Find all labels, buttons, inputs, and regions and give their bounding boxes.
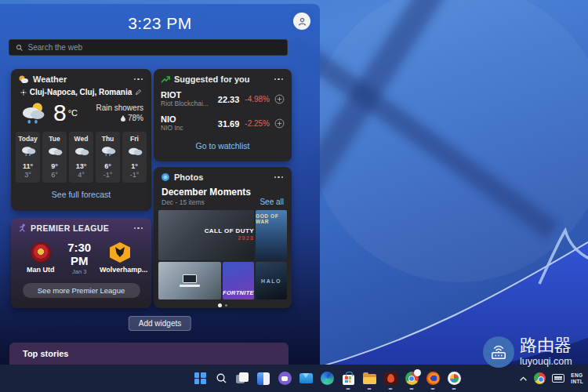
forecast-day-fri[interactable]: Fri 1° -1° (122, 132, 147, 183)
start-button[interactable] (193, 372, 207, 386)
forecast-day-wed[interactable]: Wed 13° 4° (69, 132, 93, 183)
photos-title: Photos (174, 172, 203, 182)
weather-logo-icon (18, 74, 29, 84)
microsoft-store-button[interactable] (341, 372, 355, 386)
stock-row-riot[interactable]: RIOT Riot Blockchai... 22.33 -4.98% (154, 87, 292, 111)
precipitation-value: 78% (128, 114, 143, 122)
color-wheel-icon (448, 372, 461, 385)
person-icon (297, 16, 307, 27)
photos-more-options-icon[interactable] (272, 174, 286, 181)
search-input[interactable] (28, 43, 281, 52)
whiteboard-app-button[interactable] (447, 372, 461, 386)
taskbar-search-button[interactable] (214, 372, 228, 386)
add-to-watchlist-icon[interactable] (274, 118, 285, 129)
photo-tile-fortnite[interactable]: FORTNITE (223, 262, 254, 299)
notification-badge (414, 369, 421, 376)
photos-widget[interactable]: Photos December Moments Dec - 15 items S… (154, 167, 292, 308)
chat-icon (278, 372, 292, 385)
match-row[interactable]: Man Utd 7:30 PM Jan 3 Wolverhamp... (11, 236, 151, 275)
forecast-day-thu[interactable]: Thu 6° -1° (96, 132, 120, 183)
stocks-header: Suggested for you (154, 69, 292, 87)
weather-more-options-icon[interactable] (132, 76, 146, 83)
search-icon (16, 44, 24, 52)
desktop: 3:23 PM Weather (0, 0, 588, 392)
game-app-button[interactable] (383, 372, 397, 386)
photo-tile-god-of-war[interactable]: GOD OF WAR (256, 210, 287, 260)
widgets-icon (257, 372, 270, 385)
photo-tile-laptop[interactable] (158, 262, 221, 299)
temperature-unit: °C (68, 108, 78, 118)
edge-button[interactable] (320, 372, 334, 386)
chrome-button[interactable] (405, 372, 419, 386)
forecast-day-tue[interactable]: Tue 9° 6° (42, 132, 67, 183)
weather-title: Weather (33, 74, 67, 84)
photo-tile-halo[interactable]: HALO (256, 262, 287, 299)
widgets-button[interactable] (256, 372, 270, 386)
trending-up-icon (161, 75, 170, 84)
see-more-premier-league-button[interactable]: See more Premier League (23, 283, 140, 298)
match-time: 7:30 PM (59, 241, 100, 267)
premier-league-logo-icon (18, 223, 27, 233)
carousel-dots[interactable] (154, 303, 292, 307)
web-search-bar[interactable] (9, 39, 288, 56)
language-indicator[interactable]: ENG INTL (571, 372, 583, 384)
droplet-icon (121, 115, 125, 122)
current-temperature: 8 (53, 100, 67, 126)
add-to-watchlist-icon[interactable] (274, 94, 285, 104)
weather-widget[interactable]: Weather Cluj-Napoca, Cluj, Romania (11, 69, 151, 211)
task-view-button[interactable] (235, 372, 249, 386)
weather-location-row[interactable]: Cluj-Napoca, Cluj, Romania (11, 88, 151, 96)
album-meta: Dec - 15 items (162, 198, 205, 206)
mail-button[interactable] (299, 372, 313, 386)
watermark-title: 路由器 (520, 336, 572, 355)
away-team-name: Wolverhamp... (100, 266, 140, 274)
flame-icon (384, 372, 397, 385)
edge-icon (321, 372, 334, 385)
stocks-title: Suggested for you (174, 74, 250, 84)
profile-button[interactable] (290, 9, 314, 33)
carousel-dot-active[interactable] (218, 303, 222, 307)
edit-pencil-icon[interactable] (135, 89, 142, 96)
weather-header: Weather (11, 69, 151, 87)
router-logo-icon (483, 336, 514, 368)
top-stories-title: Top stories (23, 349, 68, 358)
file-explorer-button[interactable] (362, 372, 376, 386)
system-tray: ENG INTL (519, 365, 583, 392)
watermark: 路由器 luyouqi.com (483, 336, 572, 368)
see-full-forecast-link[interactable]: See full forecast (11, 190, 151, 199)
wolves-crest-icon (110, 242, 130, 263)
stock-row-nio[interactable]: NIO NIO Inc 31.69 -2.25% (154, 111, 292, 136)
top-stories-section[interactable]: Top stories (9, 343, 289, 365)
stocks-more-options-icon[interactable] (272, 76, 286, 83)
see-all-link[interactable]: See all (260, 198, 284, 206)
photos-logo-icon (161, 172, 170, 182)
weather-current: 8 °C Rain showers 78% (11, 96, 151, 126)
location-icon (20, 89, 27, 96)
watermark-site: luyouqi.com (520, 356, 572, 367)
laptop-icon (180, 274, 200, 287)
photos-header: Photos (154, 167, 292, 185)
tray-chevron-up-icon[interactable] (519, 376, 528, 382)
search-icon (216, 372, 227, 384)
add-widgets-button[interactable]: Add widgets (129, 316, 191, 331)
photo-tile-call-of-duty[interactable]: CALL OF DUTY 2023 (158, 210, 254, 260)
weather-location: Cluj-Napoca, Cluj, Romania (30, 88, 132, 96)
forecast-day-today[interactable]: Today 11° 3° (16, 132, 40, 183)
go-to-watchlist-link[interactable]: Go to watchlist (154, 141, 292, 151)
touch-keyboard-icon[interactable] (552, 374, 564, 383)
precipitation: 78% (96, 114, 143, 122)
rain-cloud-icon (100, 146, 116, 157)
premier-league-widget[interactable]: PREMIER LEAGUE Man Utd 7:30 PM Jan 3 Wol… (11, 218, 151, 308)
mail-icon (299, 373, 313, 383)
carousel-dot[interactable] (225, 304, 228, 307)
cloud-icon (74, 146, 89, 157)
cloud-icon (47, 146, 63, 157)
firefox-button[interactable] (426, 372, 440, 386)
rain-showers-icon (19, 101, 49, 125)
premier-league-more-options-icon[interactable] (132, 225, 146, 232)
forecast-strip: Today 11° 3° Tue 9° 6° (16, 132, 147, 183)
stocks-widget[interactable]: Suggested for you RIOT Riot Blockchai...… (154, 69, 292, 162)
tray-chrome-icon[interactable] (534, 372, 546, 384)
chat-button[interactable] (278, 372, 292, 386)
man-utd-crest-icon (31, 242, 51, 263)
